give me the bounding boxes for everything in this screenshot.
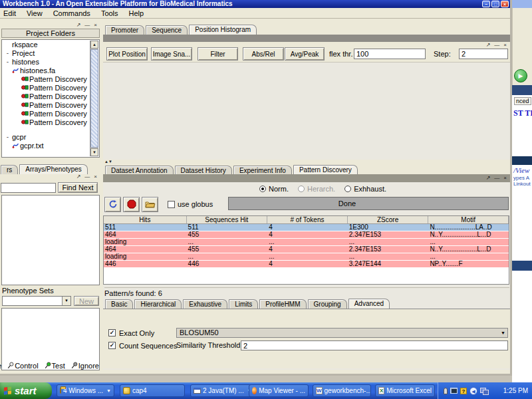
tree-item-project[interactable]: -Project (2, 49, 99, 57)
plot-position-button[interactable]: Plot Position (106, 47, 148, 61)
tree-item-pattern-discovery[interactable]: Pattern Discovery (2, 109, 99, 118)
tree-item-pattern-discovery[interactable]: Pattern Discovery (2, 83, 99, 92)
refresh-button[interactable] (104, 197, 121, 212)
taskbar-task-map-viewer[interactable]: Map Viewer - ... (249, 384, 309, 397)
tab-pattern-discovery[interactable]: Pattern Discovery (293, 165, 358, 175)
radio-exhhaust[interactable]: Exhhaust. (344, 185, 386, 193)
taskbar-task-cap4[interactable]: cap4 (120, 384, 185, 397)
start-button[interactable]: start (0, 382, 52, 399)
step-input[interactable] (459, 49, 508, 59)
stop-button[interactable] (123, 197, 140, 212)
test-button[interactable]: Test (45, 362, 65, 370)
scroll-up-icon[interactable]: ▲ (90, 41, 98, 49)
menu-item-commands[interactable]: Commands (53, 9, 90, 17)
collapse-icon[interactable]: ◀ (469, 387, 477, 395)
exact-only-checkbox[interactable]: ✓ (108, 329, 116, 336)
find-input[interactable] (1, 183, 56, 193)
display-icon[interactable] (450, 388, 458, 394)
tab-limits[interactable]: Limits (229, 299, 258, 309)
taskbar-task-geworkbench[interactable]: Wgeworkbench-... (313, 384, 371, 397)
tree-item-pattern-discovery[interactable]: Pattern Discovery (2, 100, 99, 109)
microphone-icon[interactable] (444, 388, 448, 394)
find-next-button[interactable]: Find Next (58, 182, 98, 193)
similarity-threshold-input[interactable] (241, 340, 508, 350)
avg-peak-button[interactable]: Avg/Peak (285, 47, 325, 61)
tree-item-rkspace[interactable]: rkspace (2, 40, 99, 49)
help-icon[interactable]: ? (460, 388, 467, 394)
open-folder-button[interactable] (142, 197, 158, 212)
table-row[interactable]: 51151141E300N......................LA..D (104, 224, 509, 231)
close-icon[interactable]: × (94, 22, 97, 29)
image-sna-button[interactable]: Image Sna... (151, 47, 192, 61)
close-button[interactable]: × (501, 1, 509, 7)
ignore-button[interactable]: Ignore (71, 362, 99, 370)
table-row[interactable]: 46445542.347E153N..Y...................L… (104, 231, 509, 239)
scroll-down-icon[interactable]: ▼ (90, 148, 98, 156)
menu-item-tools[interactable]: Tools (101, 9, 118, 17)
float-icon[interactable]: ↗ (76, 22, 81, 29)
matrix-combo[interactable]: BLOSUM50 ▼ (176, 328, 508, 338)
tab-profilehmm[interactable]: ProfileHMM (259, 299, 306, 309)
tab-grouping[interactable]: Grouping (308, 299, 347, 309)
count-sequences-checkbox[interactable]: ✓ (108, 342, 116, 349)
tab-promoter[interactable]: Promoter (105, 25, 144, 35)
tree-item-gcpr-txt[interactable]: gcpr.txt (2, 141, 99, 150)
chevron-down-icon[interactable]: ▼ (62, 297, 70, 305)
menu-item-view[interactable]: View (27, 9, 43, 17)
table-row[interactable]: 44644643.247E144NP..Y.......F (104, 261, 509, 268)
minimize-icon[interactable]: — (84, 22, 90, 29)
tree-scrollbar[interactable]: ▲ ▼ (90, 41, 98, 156)
tab-dataset-annotation[interactable]: Dataset Annotation (105, 166, 174, 175)
table-row[interactable]: 46445542.347E153N..Y...................L… (104, 246, 509, 253)
tree-item-histones-fa[interactable]: histones.fa (2, 66, 99, 74)
column-header-sequences-hit[interactable]: Sequences Hit (187, 216, 268, 223)
abs-rel-button[interactable]: Abs/Rel (243, 47, 284, 61)
tab-basic[interactable]: Basic (105, 299, 133, 309)
minimize-icon[interactable]: — (84, 174, 90, 180)
column-header-zscore[interactable]: ZScore (348, 216, 429, 223)
panel-splitter[interactable]: ▲▼ (103, 160, 510, 165)
tree-item-gcpr[interactable]: -gcpr (2, 132, 99, 141)
titlebar[interactable]: Workbench 1.0 - An Open Extensible Platf… (0, 0, 510, 8)
tab-position-histogram[interactable]: Position Histogram (189, 25, 257, 35)
phenotype-sets-combo[interactable]: ▼ (2, 296, 71, 306)
tree-item-pattern-discovery[interactable]: Pattern Discovery (2, 74, 99, 83)
column-header-motif[interactable]: Motif (428, 216, 509, 223)
minimize-button[interactable]: − (482, 1, 490, 7)
taskbar-task-microsoft-excel[interactable]: XMicrosoft Excel (375, 384, 435, 397)
column-header-hits[interactable]: Hits (104, 216, 187, 223)
scrollbar-thumb[interactable] (90, 49, 98, 148)
tab-dataset-history[interactable]: Dataset History (175, 166, 232, 175)
tab-advanced[interactable]: Advanced (348, 299, 390, 309)
tab-experiment-info[interactable]: Experiment Info (233, 166, 292, 175)
tab-rs[interactable]: rs (1, 165, 18, 174)
tree-item-pattern-discovery[interactable]: Pattern Discovery (2, 92, 99, 100)
tree-item-histones[interactable]: -histones (2, 57, 99, 66)
button-fragment[interactable]: e (0, 362, 1, 370)
tab-arrays-phenotypes[interactable]: Arrays/Phenotypes (19, 164, 88, 174)
network-icon[interactable] (480, 388, 487, 394)
new-set-button[interactable]: New (74, 296, 99, 306)
menu-item-edit[interactable]: Edit (3, 9, 16, 17)
radio-norm[interactable]: Norm. (259, 185, 289, 193)
menu-item-help[interactable]: Help (129, 9, 144, 17)
tab-hierarchical[interactable]: Hierarchical (134, 299, 182, 309)
minimize-icon[interactable]: — (494, 175, 499, 182)
tree-item-pattern-discovery[interactable]: Pattern Discovery (2, 118, 99, 126)
use-globus-checkbox[interactable] (168, 201, 175, 208)
filter-button[interactable]: Filter (198, 47, 238, 61)
tab-exhaustive[interactable]: Exhaustive (183, 299, 227, 309)
float-icon[interactable]: ↗ (76, 174, 81, 180)
close-icon[interactable]: × (94, 174, 97, 180)
maximize-button[interactable]: □ (491, 1, 499, 7)
control-button[interactable]: Control (7, 362, 38, 370)
column-header-of-tokens[interactable]: # of Tokens (267, 216, 348, 223)
table-row[interactable]: loading............ (104, 239, 509, 246)
taskbar-task-4-windows[interactable]: 4 Windows ...▼ (57, 384, 114, 397)
tab-sequence[interactable]: Sequence (146, 25, 188, 35)
flex-threshold-input[interactable] (354, 49, 426, 59)
radio-herarch[interactable]: Herarch. (298, 185, 335, 193)
taskbar-task-2-java-tm[interactable]: 2 Java(TM) ...▼ (190, 384, 258, 397)
close-icon[interactable]: × (503, 175, 507, 182)
float-icon[interactable]: ↗ (486, 175, 491, 182)
